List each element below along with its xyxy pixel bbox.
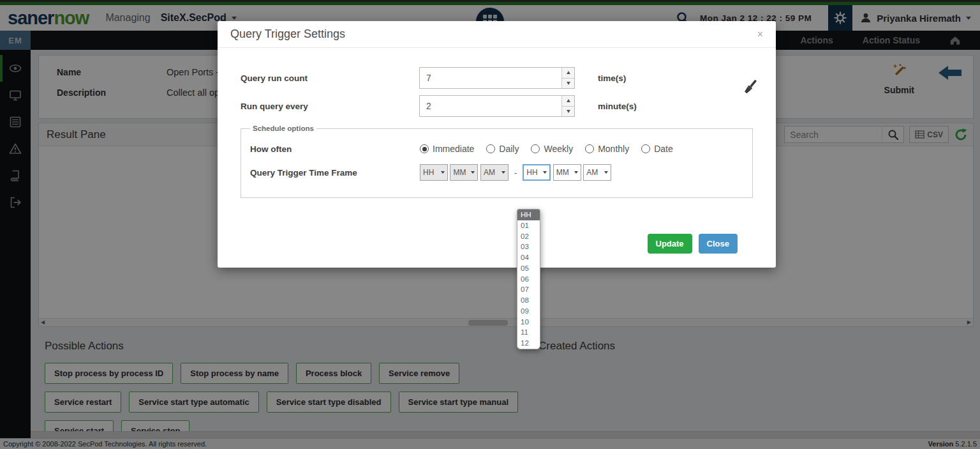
hour-option-06[interactable]: 06: [517, 274, 540, 285]
radio-immediate[interactable]: Immediate: [420, 144, 474, 154]
schedule-options-fieldset: Schedule options How often Immediate Dai…: [241, 125, 753, 198]
run-query-every-field: [419, 95, 575, 117]
chevron-down-icon: [441, 171, 445, 174]
end-time-group: HH MM AM: [523, 164, 611, 181]
query-trigger-settings-modal: Query Trigger Settings × Query run count…: [218, 21, 776, 268]
run-every-spinner: [561, 96, 574, 116]
hour-option-11[interactable]: 11: [517, 327, 540, 338]
end-minute-select[interactable]: MM: [553, 164, 581, 181]
clear-brush-button[interactable]: [741, 77, 759, 96]
hour-dropdown: HH 01 02 03 04 05 06 07 08 09 10 11 12: [517, 209, 540, 349]
radio-icon: [585, 144, 594, 153]
radio-icon: [420, 144, 429, 153]
brush-icon: [741, 77, 759, 96]
how-often-radios: Immediate Daily Weekly Monthly Date: [420, 144, 673, 154]
modal-title: Query Trigger Settings: [230, 27, 345, 41]
hour-option-09[interactable]: 09: [517, 306, 540, 317]
query-run-count-input[interactable]: [420, 68, 561, 88]
run-query-every-label: Run query every: [241, 102, 419, 111]
arrow-up-icon: [567, 99, 570, 102]
spinner-up-button[interactable]: [562, 68, 574, 79]
chevron-down-icon: [471, 171, 475, 174]
minutes-unit-label: minute(s): [598, 102, 637, 111]
radio-label: Monthly: [598, 144, 629, 154]
hour-option-04[interactable]: 04: [517, 252, 540, 263]
close-icon[interactable]: ×: [757, 29, 763, 40]
query-run-count-field: [419, 67, 575, 89]
times-unit-label: time(s): [598, 73, 626, 83]
modal-header: Query Trigger Settings ×: [218, 21, 776, 48]
spinner-up-button[interactable]: [562, 96, 574, 107]
end-ampm-select[interactable]: AM: [583, 164, 611, 181]
start-minute-select[interactable]: MM: [450, 164, 478, 181]
start-hour-select[interactable]: HH: [420, 164, 448, 181]
radio-icon: [486, 144, 495, 153]
start-time-group: HH MM AM: [420, 164, 508, 181]
radio-daily[interactable]: Daily: [486, 144, 519, 154]
spinner-down-button[interactable]: [562, 79, 574, 89]
close-button[interactable]: Close: [699, 234, 738, 254]
spinner-down-button[interactable]: [562, 107, 574, 117]
modal-body: Query run count time(s) Run query every …: [218, 48, 776, 268]
modal-actions: Update Close: [241, 198, 753, 268]
arrow-down-icon: [567, 110, 570, 113]
arrow-up-icon: [567, 71, 570, 74]
start-ampm-select[interactable]: AM: [480, 164, 509, 181]
time-frame-label: Query Trigger Time Frame: [250, 168, 420, 178]
run-query-every-input[interactable]: [420, 96, 561, 116]
radio-icon: [531, 144, 540, 153]
radio-weekly[interactable]: Weekly: [531, 144, 573, 154]
end-hour-select[interactable]: HH: [523, 164, 551, 181]
radio-monthly[interactable]: Monthly: [585, 144, 629, 154]
schedule-options-legend: Schedule options: [250, 125, 316, 132]
hour-option-12[interactable]: 12: [517, 338, 540, 349]
radio-label: Immediate: [433, 144, 474, 154]
hour-option-03[interactable]: 03: [517, 241, 540, 252]
chevron-down-icon: [501, 171, 505, 174]
time-frame-controls: HH MM AM - HH MM AM: [420, 164, 611, 181]
chevron-down-icon: [543, 171, 547, 174]
hour-option-07[interactable]: 07: [517, 284, 540, 295]
time-range-dash: -: [514, 168, 517, 178]
run-count-spinner: [561, 68, 574, 88]
radio-label: Weekly: [544, 144, 573, 154]
hour-option-05[interactable]: 05: [517, 263, 540, 274]
radio-label: Daily: [499, 144, 519, 154]
chevron-down-icon: [604, 171, 608, 174]
hour-option-08[interactable]: 08: [517, 295, 540, 306]
hour-option-02[interactable]: 02: [517, 231, 540, 242]
arrow-down-icon: [567, 82, 570, 85]
how-often-label: How often: [250, 144, 420, 154]
update-button[interactable]: Update: [648, 234, 692, 254]
query-run-count-label: Query run count: [241, 73, 419, 83]
radio-label: Date: [654, 144, 673, 154]
radio-icon: [641, 144, 650, 153]
hour-option-10[interactable]: 10: [517, 317, 540, 328]
hour-option-01[interactable]: 01: [517, 220, 540, 231]
chevron-down-icon: [574, 171, 578, 174]
hour-option-hh[interactable]: HH: [517, 209, 540, 220]
radio-date[interactable]: Date: [641, 144, 673, 154]
